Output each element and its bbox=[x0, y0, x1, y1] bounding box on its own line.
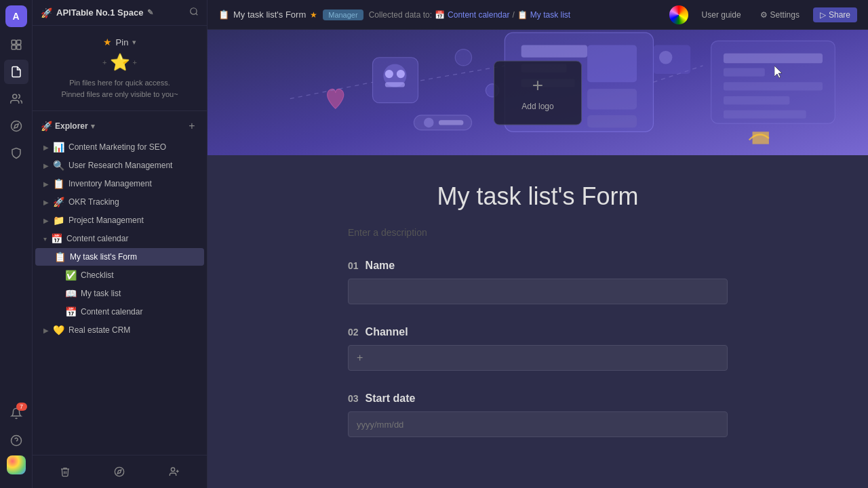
field-label-text: Channel bbox=[366, 326, 408, 338]
add-item-button[interactable]: + bbox=[185, 119, 199, 133]
sidebar-item-checklist[interactable]: ✅ Checklist bbox=[35, 266, 204, 284]
delete-button[interactable] bbox=[54, 461, 76, 483]
sidebar-item-inventory[interactable]: ▶ 📋 Inventory Management bbox=[35, 175, 204, 192]
field-date-label: 03 Start date bbox=[348, 392, 728, 405]
form-content: + Add logo My task list's Form Enter a d… bbox=[208, 30, 868, 488]
date-input[interactable] bbox=[348, 411, 728, 437]
form-body: My task list's Form Enter a description … bbox=[334, 155, 741, 488]
field-number: 01 bbox=[348, 260, 359, 271]
pin-section: ★ Pin ▾ + ⭐ + Pin files here for quick a… bbox=[33, 26, 207, 111]
share-button[interactable]: ▷ Share bbox=[813, 7, 857, 22]
nav-home[interactable] bbox=[4, 33, 28, 57]
field-label-text: Start date bbox=[366, 392, 416, 405]
form-doc-icon: 📋 bbox=[218, 9, 229, 20]
sidebar-item-content-calendar[interactable]: ▾ 📅 Content calendar bbox=[35, 230, 204, 247]
explorer-label[interactable]: 🚀 Explorer ▾ bbox=[41, 121, 95, 131]
pin-button[interactable]: Pin bbox=[116, 37, 129, 47]
nav-security[interactable] bbox=[4, 141, 28, 165]
explorer-chevron: ▾ bbox=[91, 122, 95, 131]
sidebar-bottom bbox=[33, 455, 207, 488]
name-input[interactable] bbox=[348, 279, 728, 304]
field-name: 01 Name bbox=[348, 260, 728, 304]
field-start-date: 03 Start date bbox=[348, 392, 728, 437]
svg-point-11 bbox=[115, 467, 124, 476]
bottom-avatar[interactable] bbox=[7, 455, 26, 474]
sidebar-item-okr[interactable]: ▶ 🚀 OKR Tracking bbox=[35, 193, 204, 211]
sidebar-title: 🚀 APITable No.1 Space ✎ bbox=[41, 7, 153, 18]
svg-point-26 bbox=[385, 70, 393, 78]
field-channel-label: 02 Channel bbox=[348, 326, 728, 338]
field-number: 03 bbox=[348, 393, 359, 404]
svg-marker-6 bbox=[14, 124, 18, 128]
sidebar-header: 🚀 APITable No.1 Space ✎ bbox=[33, 0, 207, 26]
add-logo-plus-icon: + bbox=[532, 75, 543, 96]
add-member-button[interactable] bbox=[163, 461, 185, 483]
pin-chevron: ▾ bbox=[132, 38, 136, 47]
chevron-right-icon: ▶ bbox=[43, 327, 49, 334]
svg-point-44 bbox=[659, 51, 672, 64]
settings-gear-icon: ⚙ bbox=[760, 10, 768, 20]
favorite-star-icon[interactable]: ★ bbox=[310, 10, 317, 20]
manager-badge: Manager bbox=[323, 9, 363, 20]
settings-button[interactable]: ⚙ Settings bbox=[755, 7, 805, 22]
svg-rect-1 bbox=[16, 40, 20, 44]
add-logo-button[interactable]: + Add logo bbox=[494, 60, 582, 125]
channel-input[interactable]: + bbox=[348, 345, 728, 371]
nav-help[interactable] bbox=[4, 428, 28, 453]
content-calendar-link[interactable]: Content calendar bbox=[448, 10, 509, 20]
explorer-header: 🚀 Explorer ▾ + bbox=[33, 117, 207, 136]
nav-explore[interactable] bbox=[4, 114, 28, 138]
form-name: My task list's Form bbox=[233, 9, 306, 20]
svg-point-39 bbox=[424, 118, 434, 128]
svg-rect-21 bbox=[587, 45, 637, 82]
form-tab: 📋 My task list's Form ★ bbox=[218, 9, 317, 20]
svg-rect-28 bbox=[385, 82, 405, 87]
share-arrow-icon: ▷ bbox=[820, 10, 826, 20]
field-name-label: 01 Name bbox=[348, 260, 728, 272]
svg-point-27 bbox=[397, 70, 405, 78]
user-avatar[interactable]: A bbox=[5, 5, 27, 27]
sidebar-item-real-estate[interactable]: ▶ 💛 Real estate CRM bbox=[35, 321, 204, 339]
svg-point-9 bbox=[191, 8, 197, 14]
chevron-right-icon: ▶ bbox=[43, 162, 49, 169]
svg-rect-36 bbox=[724, 96, 789, 104]
sidebar-item-content-calendar-sub[interactable]: 📅 Content calendar bbox=[35, 303, 204, 321]
pin-icon-area: + ⭐ + bbox=[43, 53, 196, 72]
main-area: 📋 My task list's Form ★ Manager Collecte… bbox=[208, 0, 868, 488]
topbar-right: User guide ⚙ Settings ▷ Share bbox=[669, 5, 857, 24]
template-button[interactable] bbox=[108, 461, 130, 483]
svg-rect-35 bbox=[724, 82, 823, 90]
icon-bar: A bbox=[0, 0, 33, 488]
sidebar-item-project[interactable]: ▶ 📁 Project Management bbox=[35, 211, 204, 229]
svg-point-13 bbox=[171, 468, 174, 471]
search-icon[interactable] bbox=[189, 7, 199, 18]
chevron-right-icon: ▶ bbox=[43, 217, 49, 224]
topbar-left: 📋 My task list's Form ★ Manager Collecte… bbox=[218, 9, 570, 20]
form-banner: + Add logo bbox=[208, 30, 868, 155]
field-channel: 02 Channel + bbox=[348, 326, 728, 371]
nav-members[interactable] bbox=[4, 87, 28, 111]
nav-notifications[interactable]: 7 bbox=[4, 401, 28, 426]
chevron-right-icon: ▶ bbox=[43, 199, 49, 206]
sidebar-item-user-research[interactable]: ▶ 🔍 User Research Management bbox=[35, 157, 204, 174]
sidebar-item-my-task-form[interactable]: 📋 My task list's Form bbox=[35, 248, 204, 266]
svg-rect-37 bbox=[724, 110, 806, 119]
svg-rect-0 bbox=[12, 40, 16, 44]
svg-point-5 bbox=[11, 121, 21, 131]
field-label-text: Name bbox=[366, 260, 395, 272]
sidebar-item-content-marketing[interactable]: ▶ 📊 Content Marketing for SEO bbox=[35, 138, 204, 156]
svg-rect-33 bbox=[724, 54, 823, 64]
user-guide-button[interactable]: User guide bbox=[696, 7, 747, 22]
pin-star-icon: ★ bbox=[103, 37, 112, 47]
task-list-link[interactable]: My task list bbox=[530, 10, 570, 20]
svg-point-42 bbox=[455, 49, 471, 66]
rainbow-icon[interactable] bbox=[669, 5, 688, 24]
svg-rect-18 bbox=[521, 45, 587, 57]
svg-rect-34 bbox=[724, 68, 765, 77]
sidebar-item-my-task-list[interactable]: 📖 My task list bbox=[35, 285, 204, 302]
svg-point-4 bbox=[12, 94, 16, 98]
svg-rect-40 bbox=[439, 120, 464, 125]
pin-hint-text: Pin files here for quick access. Pinned … bbox=[43, 77, 196, 100]
svg-rect-3 bbox=[16, 45, 20, 49]
nav-files[interactable] bbox=[4, 60, 28, 84]
